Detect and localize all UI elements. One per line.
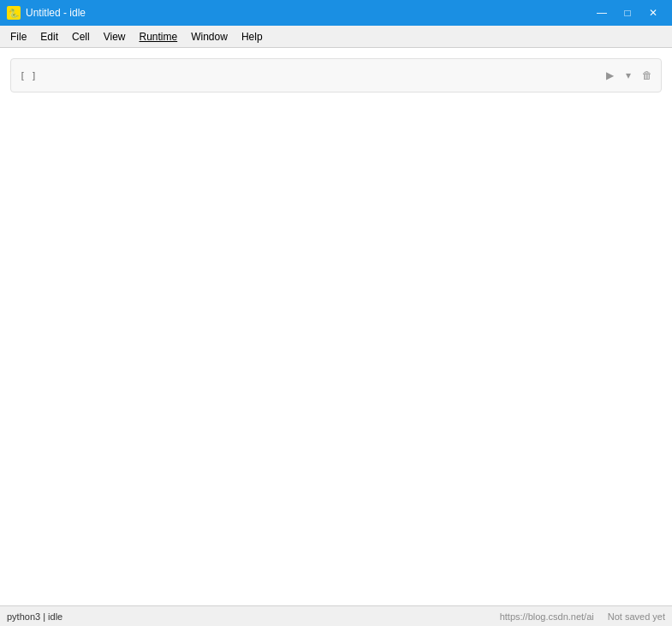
- title-bar: 🐍 Untitled - idle — □ ✕: [0, 0, 672, 26]
- status-right: https://blog.csdn.net/ai Not saved yet: [500, 611, 665, 622]
- title-bar-left: 🐍 Untitled - idle: [7, 6, 86, 20]
- run-cell-button[interactable]: ▶: [601, 67, 618, 84]
- cell-options-dropdown[interactable]: ▾: [620, 67, 637, 84]
- maximize-button[interactable]: □: [616, 3, 639, 22]
- main-content: [ ] ▶ ▾ 🗑: [0, 48, 672, 605]
- cell-actions: ▶ ▾ 🗑: [596, 59, 661, 92]
- menu-cell[interactable]: Cell: [65, 28, 97, 45]
- window-controls: — □ ✕: [590, 3, 665, 22]
- window-title: Untitled - idle: [26, 7, 86, 19]
- menu-edit[interactable]: Edit: [33, 28, 65, 45]
- status-url: https://blog.csdn.net/ai: [500, 611, 594, 622]
- save-status: Not saved yet: [608, 611, 665, 622]
- menu-help[interactable]: Help: [235, 28, 270, 45]
- minimize-button[interactable]: —: [590, 3, 614, 22]
- cell-index: [ ]: [11, 59, 45, 92]
- notebook-cell: [ ] ▶ ▾ 🗑: [10, 58, 662, 92]
- menu-window[interactable]: Window: [184, 28, 235, 45]
- delete-cell-button[interactable]: 🗑: [639, 67, 656, 84]
- app-icon: 🐍: [7, 6, 21, 20]
- status-bar: python3 | idle https://blog.csdn.net/ai …: [0, 605, 672, 626]
- cell-input[interactable]: [45, 59, 596, 92]
- menu-runtime[interactable]: Runtime: [133, 28, 185, 45]
- close-button[interactable]: ✕: [641, 3, 665, 22]
- menu-view[interactable]: View: [97, 28, 133, 45]
- kernel-status: python3 | idle: [7, 611, 62, 622]
- menu-bar: File Edit Cell View Runtime Window Help: [0, 26, 672, 48]
- menu-file[interactable]: File: [3, 28, 33, 45]
